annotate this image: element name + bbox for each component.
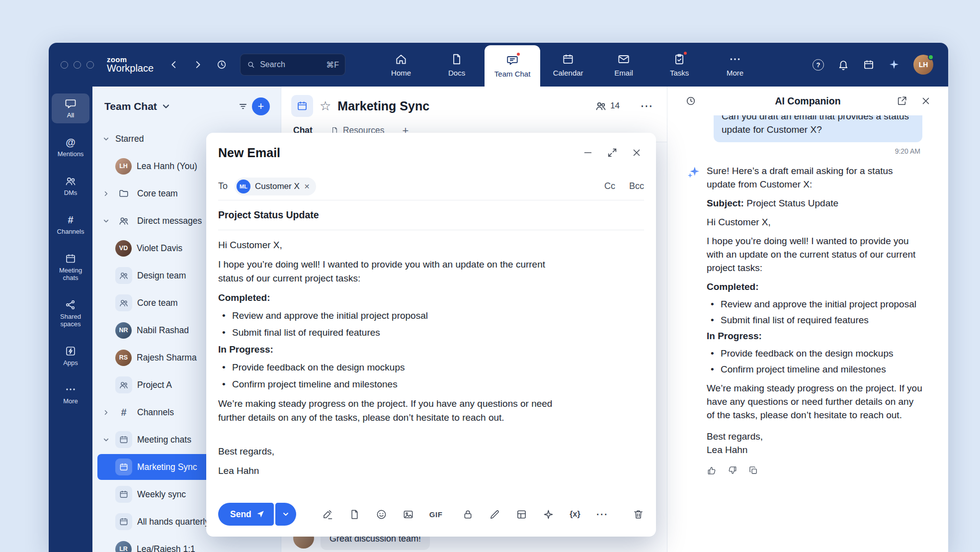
sidebar-item-dm[interactable]: LR Lea/Rajesh 1:1 [97,536,276,552]
greeting: Hi Customer X, [218,238,566,252]
emoji-icon[interactable] [376,509,387,520]
chevron-down-icon[interactable] [161,101,171,111]
bullet: • [222,326,227,340]
sidebar-title[interactable]: Team Chat [104,100,157,112]
send-options-button[interactable] [275,503,296,526]
rail-item-apps[interactable]: Apps [52,341,89,371]
ai-sparkle-icon[interactable] [543,509,554,520]
traffic-light[interactable] [86,61,94,69]
intro: I hope you’re doing well! I wanted to pr… [218,258,566,285]
tab-team-chat[interactable]: Team Chat [485,45,540,87]
rail-label: All [67,112,74,119]
ai-companion-panel: AI Companion Can you draft an email that… [667,87,948,552]
bell-icon[interactable] [837,59,849,71]
hash-icon: # [115,407,132,418]
meeting-icon [115,459,132,475]
list-item: •Submit final list of required features [218,326,566,340]
meeting-icon [115,431,132,448]
chevron-down-icon[interactable] [101,217,110,225]
chevron-down-icon[interactable] [101,436,110,444]
rail-item-channels[interactable]: # Channels [52,210,89,240]
help-icon[interactable]: ? [813,59,824,71]
attach-file-icon[interactable] [349,509,360,520]
back-icon[interactable] [168,59,179,70]
tab-label: Email [614,69,633,77]
history-icon[interactable] [685,95,696,106]
email-body-editor[interactable]: Hi Customer X, I hope you’re doing well!… [218,238,566,487]
page-title: Marketing Sync [337,99,429,113]
new-chat-button[interactable]: + [252,97,270,115]
to-field[interactable]: To ML Customer X ✕ Cc Bcc [218,173,644,200]
tab-email[interactable]: Email [596,43,652,87]
chevron-right-icon[interactable] [101,409,110,416]
list-item: •Confirm project timeline and milestones [707,363,922,376]
search-icon [246,60,255,69]
rail-item-mentions[interactable]: @ Mentions [52,132,89,162]
item-label: Channels [137,407,174,418]
calendar-date-icon[interactable] [863,59,875,71]
tab-more[interactable]: More [707,43,763,87]
image-icon[interactable] [403,509,414,520]
compose-toolbar: Send GIF {x} ⋯ [218,503,644,526]
tab-docs[interactable]: Docs [429,43,485,87]
logo-zoom: zoom [107,56,154,64]
history-icon[interactable] [216,59,227,70]
send-button[interactable]: Send [218,503,274,526]
recipient-chip[interactable]: ML Customer X ✕ [235,178,316,195]
item-label: Project A [137,380,172,390]
member-count[interactable]: 14 [595,100,620,112]
ai-conversation[interactable]: Can you draft an email that provides a s… [686,115,922,552]
item-label: Starred [115,134,144,144]
more-options-icon[interactable]: ⋯ [640,98,654,114]
app-window: zoom Workplace Search ⌘F Home Docs [49,43,948,552]
thumbs-down-icon[interactable] [728,465,737,475]
bullet: • [711,347,716,360]
rail-item-more[interactable]: More [52,379,89,409]
bullet: • [222,377,227,391]
traffic-light[interactable] [61,61,68,69]
ai-greeting: Hi Customer X, [707,215,922,229]
rail-item-all[interactable]: All [52,93,89,123]
lock-icon[interactable] [462,509,474,520]
chevron-right-icon[interactable] [101,190,110,197]
copy-icon[interactable] [748,465,758,475]
template-icon[interactable] [516,509,527,520]
gif-button[interactable]: GIF [429,510,443,519]
expand-icon[interactable] [607,147,618,158]
tab-tasks[interactable]: Tasks [652,43,707,87]
pencil-icon[interactable] [489,509,500,520]
open-in-new-icon[interactable] [897,95,907,106]
ai-response: Sure! Here’s a draft email asking for a … [686,164,922,475]
remove-recipient-icon[interactable]: ✕ [304,183,310,190]
ai-sparkle-icon[interactable] [888,59,900,71]
chevron-down-icon[interactable] [101,135,110,143]
discard-draft-icon[interactable] [633,509,644,520]
bcc-button[interactable]: Bcc [629,181,644,191]
close-icon[interactable] [920,95,931,106]
filter-icon[interactable] [238,101,248,111]
rail-item-dms[interactable]: DMs [52,171,89,201]
avatar[interactable]: LH [913,55,933,75]
star-icon[interactable]: ☆ [320,99,331,112]
subject-value: Project Status Update [746,198,838,208]
tab-calendar[interactable]: Calendar [540,43,596,87]
item-label: Design team [137,271,186,281]
thumbs-up-icon[interactable] [707,465,717,475]
traffic-light[interactable] [74,61,81,69]
close-icon[interactable] [631,147,642,158]
more-icon [729,53,741,66]
cc-button[interactable]: Cc [604,181,615,191]
forward-icon[interactable] [192,59,203,70]
subject-field[interactable]: Project Status Update [218,200,644,230]
meeting-icon [115,513,132,530]
minimize-icon[interactable] [582,147,593,158]
tab-home[interactable]: Home [373,43,429,87]
send-label: Send [230,509,251,520]
list-item: •Provide feedback on the design mockups [218,361,566,374]
search-input[interactable]: Search ⌘F [240,54,345,76]
more-options-icon[interactable]: ⋯ [596,512,608,517]
rail-item-shared-spaces[interactable]: Shared spaces [52,295,89,332]
variables-button[interactable]: {x} [570,510,580,519]
signature-pen-icon[interactable] [322,509,333,520]
rail-item-meeting-chats[interactable]: Meeting chats [52,249,89,286]
